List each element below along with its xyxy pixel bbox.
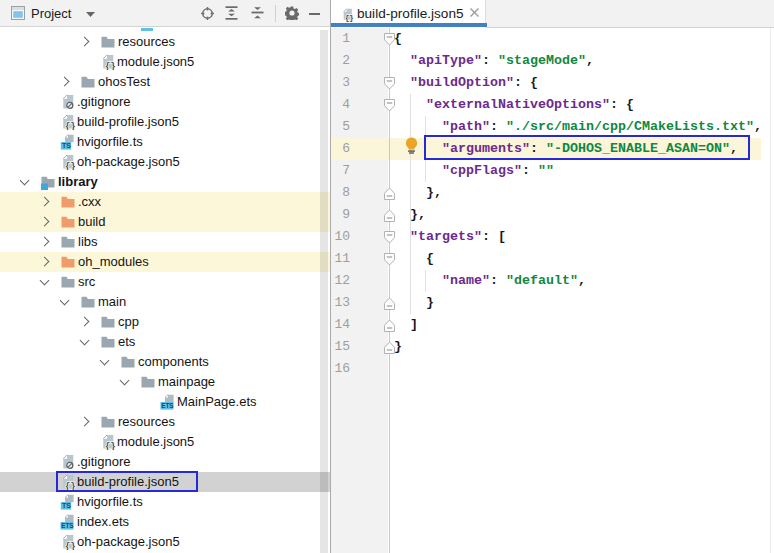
svg-text:{}: {} xyxy=(345,14,354,22)
svg-text:TS: TS xyxy=(62,502,71,509)
svg-text:{}: {} xyxy=(105,442,116,451)
svg-text:{}: {} xyxy=(105,62,116,71)
svg-text:{}: {} xyxy=(65,542,76,551)
svg-text:TS: TS xyxy=(62,142,71,149)
svg-text:{}: {} xyxy=(65,122,76,131)
svg-text:ETS: ETS xyxy=(161,402,174,409)
svg-text:{}: {} xyxy=(65,162,76,171)
svg-text:ETS: ETS xyxy=(61,522,74,529)
